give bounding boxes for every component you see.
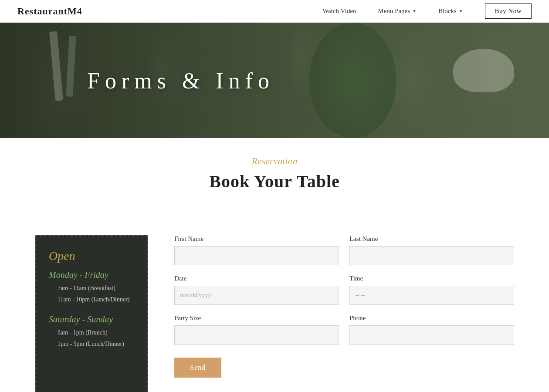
blocks-chevron-icon: ▼: [459, 9, 463, 14]
weekend-label: Saturday - Sunday: [49, 314, 134, 324]
party-size-input[interactable]: [174, 325, 339, 345]
last-name-label: Last Name: [349, 235, 514, 243]
first-name-label: First Name: [174, 235, 339, 243]
party-size-field: Party Size: [174, 314, 339, 345]
hero-deco-plant: [309, 23, 396, 138]
weekday-label: Monday - Friday: [49, 270, 134, 280]
party-size-label: Party Size: [174, 314, 339, 322]
content-section: Open Monday - Friday 7am - 11am (Breakfa…: [0, 209, 549, 392]
weekend-hours-dinner: 1pm - 9pm (Lunch/Dinner): [49, 339, 134, 349]
time-field: Time: [349, 275, 514, 305]
last-name-field: Last Name: [349, 235, 514, 265]
weekday-hours-lunch: 11am - 10pm (Lunch/Dinner): [49, 295, 134, 304]
page-wrapper: RestaurantM4 Watch Video Menu Pages ▼ Bl…: [0, 0, 549, 392]
time-input[interactable]: [349, 286, 514, 305]
date-field: Date: [174, 275, 339, 305]
phone-input[interactable]: [349, 325, 514, 345]
hours-open-label: Open: [49, 249, 134, 263]
phone-field: Phone: [349, 314, 514, 345]
navbar: RestaurantM4 Watch Video Menu Pages ▼ Bl…: [0, 0, 549, 23]
send-button[interactable]: Send: [174, 358, 221, 378]
hero-section: Forms & Info: [0, 23, 549, 138]
reservation-form: First Name Last Name Date Time: [174, 235, 514, 378]
date-input[interactable]: [174, 286, 339, 305]
reservation-title: Book Your Table: [0, 171, 549, 192]
hero-deco-bowl: [453, 49, 514, 92]
weekend-group: Saturday - Sunday 8am - 1pm (Brunch) 1pm…: [49, 314, 134, 349]
buy-now-button[interactable]: Buy Now: [485, 3, 532, 19]
reservation-header: Reservation Book Your Table: [0, 138, 549, 192]
nav-links: Watch Video Menu Pages ▼ Blocks ▼ Buy No…: [322, 3, 532, 19]
menu-pages-chevron-icon: ▼: [412, 9, 417, 14]
datetime-row: Date Time: [174, 275, 514, 305]
weekend-hours-brunch: 8am - 1pm (Brunch): [49, 328, 134, 338]
hero-title: Forms & Info: [87, 68, 274, 93]
phone-label: Phone: [349, 314, 514, 322]
last-name-input[interactable]: [349, 246, 514, 265]
blocks-link[interactable]: Blocks ▼: [438, 7, 463, 15]
site-logo: RestaurantM4: [17, 6, 82, 17]
weekday-hours-breakfast: 7am - 11am (Breakfast): [49, 284, 134, 293]
weekday-group: Monday - Friday 7am - 11am (Breakfast) 1…: [49, 270, 134, 305]
first-name-field: First Name: [174, 235, 339, 265]
time-label: Time: [349, 275, 514, 282]
watch-video-link[interactable]: Watch Video: [322, 7, 356, 15]
reservation-subtitle: Reservation: [0, 155, 549, 167]
name-row: First Name Last Name: [174, 235, 514, 265]
party-phone-row: Party Size Phone: [174, 314, 514, 345]
first-name-input[interactable]: [174, 246, 339, 265]
hours-panel: Open Monday - Friday 7am - 11am (Breakfa…: [35, 235, 148, 392]
menu-pages-link[interactable]: Menu Pages ▼: [378, 7, 417, 15]
date-label: Date: [174, 275, 339, 282]
